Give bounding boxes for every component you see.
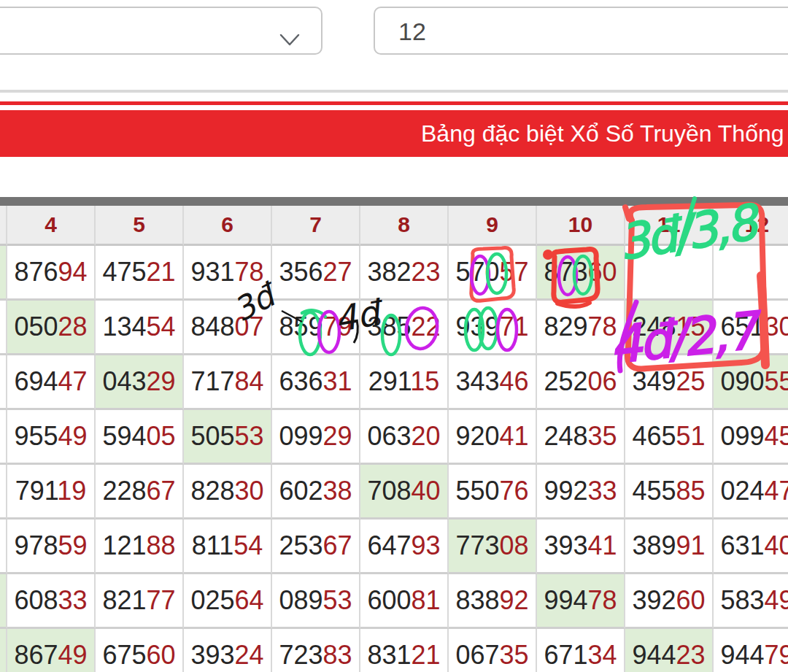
- row-sliver: [0, 520, 7, 574]
- result-cell: 06735: [449, 629, 537, 672]
- result-cell: 95549: [7, 410, 96, 465]
- table-row: 6083382177025640895360081838929947839260…: [0, 574, 788, 629]
- result-cell: 65130: [714, 301, 788, 355]
- result-cell: 60238: [272, 465, 360, 520]
- result-cell: 22867: [96, 465, 184, 520]
- result-cell: 09929: [272, 410, 360, 465]
- result-cell: 82177: [96, 574, 184, 629]
- result-cell: 09055: [714, 355, 788, 410]
- result-cell: 55076: [449, 465, 537, 520]
- result-cell: 04329: [96, 355, 184, 410]
- result-cell: 09945: [714, 410, 788, 465]
- result-cell: 39324: [184, 629, 272, 672]
- result-cell: 85979: [272, 301, 360, 355]
- empty-cell: [714, 246, 788, 301]
- result-cell: 86749: [7, 629, 96, 672]
- result-cell: 13454: [96, 301, 184, 355]
- table-row: 8674967560393247238383121067356713494423…: [0, 629, 788, 672]
- result-cell: 93971: [449, 301, 537, 355]
- result-cell: 25206: [537, 355, 625, 410]
- result-cell: 50553: [184, 410, 272, 465]
- banner-title: Bảng đặc biệt Xổ Số Truyền Thống: [421, 110, 784, 157]
- row-sliver: [0, 410, 7, 465]
- result-cell: 02447: [714, 465, 788, 520]
- table-row: 87694475219317835627382235705787360: [0, 246, 788, 301]
- result-cell: 87360: [537, 246, 625, 301]
- result-cell: 82830: [184, 465, 272, 520]
- result-cell: 60833: [7, 574, 96, 629]
- result-cell: 94423: [625, 629, 714, 672]
- column-header: 11: [625, 206, 714, 246]
- result-cell: 45585: [625, 465, 714, 520]
- column-header: 8: [360, 206, 449, 246]
- result-cell: 97859: [7, 520, 96, 574]
- row-sliver: [0, 629, 7, 672]
- table-row: 0502813454848078597938522939718297824815…: [0, 301, 788, 355]
- result-cell: 63140: [714, 520, 788, 574]
- result-cell: 38522: [360, 301, 449, 355]
- row-sliver: [0, 574, 7, 629]
- result-cell: 69447: [7, 355, 96, 410]
- result-cell: 05028: [7, 301, 96, 355]
- row-sliver: [0, 246, 7, 301]
- result-cell: 46551: [625, 410, 714, 465]
- result-cell: 71784: [184, 355, 272, 410]
- result-cell: 82978: [537, 301, 625, 355]
- result-cell: 58349: [714, 574, 788, 629]
- empty-cell: [625, 246, 714, 301]
- lottery-results-page: Bảng đặc biệt Xổ Số Truyền Thống 4567891…: [0, 0, 788, 672]
- table-row: 7911922867828306023870840550769923345585…: [0, 465, 788, 520]
- table-row: 9785912188811542536764793773083934138991…: [0, 520, 788, 574]
- number-input-box: [374, 7, 788, 55]
- filter-dropdown[interactable]: [0, 7, 322, 55]
- column-header: 4: [7, 206, 96, 246]
- result-cell: 81154: [184, 520, 272, 574]
- result-cell: 24815: [625, 301, 714, 355]
- result-cell: 70840: [360, 465, 449, 520]
- result-cell: 99233: [537, 465, 625, 520]
- result-cell: 38991: [625, 520, 714, 574]
- result-cell: 87694: [7, 246, 96, 301]
- result-cell: 83892: [449, 574, 537, 629]
- column-header: 12: [714, 206, 788, 246]
- results-table: 456789101112 876944752193178356273822357…: [0, 206, 788, 672]
- result-cell: 47521: [96, 246, 184, 301]
- result-cell: 83121: [360, 629, 449, 672]
- row-sliver: [0, 301, 7, 355]
- chevron-down-icon: [279, 32, 301, 48]
- result-cell: 59405: [96, 410, 184, 465]
- result-cell: 60081: [360, 574, 449, 629]
- result-cell: 64793: [360, 520, 449, 574]
- result-cell: 72383: [272, 629, 360, 672]
- result-cell: 02564: [184, 574, 272, 629]
- result-cell: 25367: [272, 520, 360, 574]
- column-header: 10: [537, 206, 625, 246]
- result-cell: 24835: [537, 410, 625, 465]
- header-sliver: [0, 206, 7, 246]
- result-cell: 77308: [449, 520, 537, 574]
- result-cell: 29115: [360, 355, 449, 410]
- row-sliver: [0, 465, 7, 520]
- column-header: 5: [96, 206, 184, 246]
- red-strip: [0, 101, 788, 105]
- number-input[interactable]: [397, 8, 692, 55]
- result-cell: 39260: [625, 574, 714, 629]
- result-cell: 79119: [7, 465, 96, 520]
- result-cell: 39341: [537, 520, 625, 574]
- result-cell: 08953: [272, 574, 360, 629]
- table-row: 9554959405505530992906320920412483546551…: [0, 410, 788, 465]
- table-top-bar: [0, 197, 788, 206]
- result-cell: 06320: [360, 410, 449, 465]
- result-cell: 38223: [360, 246, 449, 301]
- result-cell: 67560: [96, 629, 184, 672]
- result-cell: 94479: [714, 629, 788, 672]
- column-header: 9: [449, 206, 537, 246]
- result-cell: 34346: [449, 355, 537, 410]
- table-header-row: 456789101112: [0, 206, 788, 246]
- table-row: 6944704329717846363129115343462520634925…: [0, 355, 788, 410]
- result-cell: 67134: [537, 629, 625, 672]
- result-cell: 63631: [272, 355, 360, 410]
- column-header: 6: [184, 206, 272, 246]
- result-cell: 12188: [96, 520, 184, 574]
- result-cell: 99478: [537, 574, 625, 629]
